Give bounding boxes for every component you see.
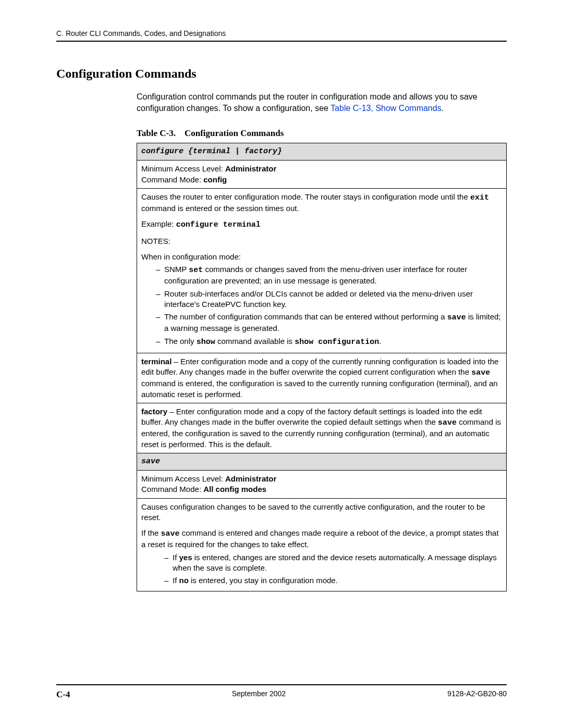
configuration-commands-table: configure {terminal | factory} Minimum A… — [137, 143, 507, 591]
table-caption: Table C-3. Configuration Commands — [137, 128, 507, 139]
page-footer: C-4 September 2002 9128-A2-GB20-80 — [56, 684, 507, 700]
save-desc-text: command is entered and changes made requ… — [141, 528, 499, 549]
li-text: commands or changes saved from the menu-… — [164, 265, 467, 285]
footer-date: September 2002 — [232, 689, 286, 700]
factory-text: – Enter configuration mode and a copy of… — [141, 407, 482, 426]
terminal-option-cell: terminal – Enter configuration mode and … — [137, 353, 507, 403]
configure-access-cell: Minimum Access Level: Administrator Comm… — [137, 161, 507, 189]
save-code: save — [471, 368, 490, 377]
list-item: If no is entered, you stay in configurat… — [164, 575, 502, 586]
show-code: show — [197, 338, 215, 347]
terminal-bold: terminal — [141, 357, 172, 366]
save-desc-p1: Causes configuration changes to be saved… — [141, 502, 502, 523]
intro-text-suffix: . — [442, 104, 444, 113]
factory-bold: factory — [141, 407, 167, 416]
li-text: command available is — [215, 337, 295, 346]
command-mode-value: config — [203, 175, 227, 184]
list-item: Router sub-interfaces and/or DLCIs canno… — [156, 289, 502, 310]
li-text: is entered, changes are stored and the d… — [173, 553, 497, 572]
save-desc-text: If the — [141, 528, 161, 537]
min-access-value: Administrator — [225, 164, 276, 173]
li-text: If — [173, 576, 179, 585]
configure-description-cell: Causes the router to enter configuration… — [137, 188, 507, 353]
set-code: set — [189, 266, 203, 275]
terminal-text: command is entered, the configuration is… — [141, 379, 498, 398]
desc-text: Causes the router to enter configuration… — [141, 192, 470, 201]
min-access-label: Minimum Access Level: — [141, 164, 225, 173]
show-config-code: show configuration — [295, 338, 379, 347]
command-header-save: save — [137, 453, 507, 470]
command-mode-value: All config modes — [203, 485, 266, 493]
example-label: Example: — [141, 219, 176, 228]
li-text: The number of configuration commands tha… — [164, 312, 447, 321]
yes-bold: yes — [179, 553, 192, 562]
save-description-cell: Causes configuration changes to be saved… — [137, 498, 507, 591]
save-notes-list: If yes is entered, changes are stored an… — [141, 552, 502, 586]
header-rule — [56, 41, 507, 42]
list-item: The number of configuration commands tha… — [156, 312, 502, 334]
save-code: save — [438, 418, 457, 427]
intro-paragraph: Configuration control commands put the r… — [137, 91, 507, 114]
exit-code: exit — [470, 193, 489, 202]
example-code: configure terminal — [176, 220, 261, 229]
li-text: is entered, you stay in configuration mo… — [189, 576, 338, 585]
save-code: save — [447, 313, 466, 322]
list-item: SNMP set commands or changes saved from … — [156, 264, 502, 287]
li-text: SNMP — [164, 265, 189, 274]
min-access-label: Minimum Access Level: — [141, 474, 225, 483]
terminal-text: – Enter configuration mode and a copy of… — [141, 357, 498, 376]
section-title: Configuration Commands — [56, 67, 507, 81]
list-item: The only show command available is show … — [156, 336, 502, 348]
when-config-label: When in configuration mode: — [141, 252, 502, 262]
desc-text: command is entered or the session times … — [141, 204, 299, 213]
running-header: C. Router CLI Commands, Codes, and Desig… — [56, 29, 507, 38]
save-access-cell: Minimum Access Level: Administrator Comm… — [137, 471, 507, 499]
page-number: C-4 — [56, 689, 70, 700]
list-item: If yes is entered, changes are stored an… — [164, 552, 502, 574]
li-text: If — [173, 553, 179, 562]
command-mode-label: Command Mode: — [141, 175, 203, 184]
show-commands-link[interactable]: Table C-13, Show Commands — [331, 104, 442, 113]
command-mode-label: Command Mode: — [141, 485, 203, 493]
no-bold: no — [179, 576, 189, 585]
command-header-configure: configure {terminal | factory} — [137, 143, 507, 161]
notes-label: NOTES: — [141, 236, 502, 246]
li-text: . — [379, 337, 381, 346]
factory-option-cell: factory – Enter configuration mode and a… — [137, 403, 507, 453]
li-text: The only — [164, 337, 197, 346]
config-notes-list: SNMP set commands or changes saved from … — [141, 264, 502, 348]
min-access-value: Administrator — [225, 474, 276, 483]
save-code: save — [161, 529, 180, 538]
footer-docnum: 9128-A2-GB20-80 — [447, 689, 507, 700]
